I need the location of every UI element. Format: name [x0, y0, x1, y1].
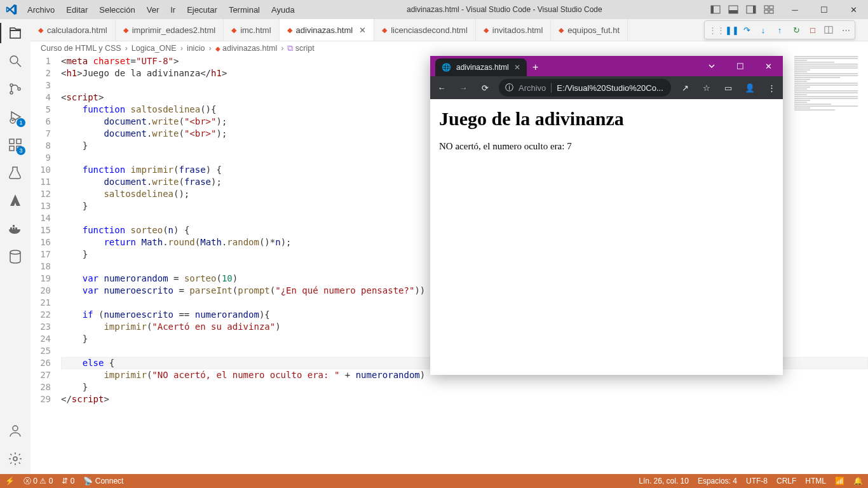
svg-rect-9	[770, 10, 773, 13]
more-actions-icon[interactable]: ⋯	[841, 25, 851, 35]
status-language[interactable]: HTML	[805, 477, 826, 485]
browser-tab[interactable]: 🌐 adivinazas.html ✕	[435, 58, 527, 76]
minimap[interactable]	[792, 55, 868, 246]
remote-indicator[interactable]: ⚡	[5, 477, 15, 485]
editor-tab[interactable]: ◆imc.html	[224, 19, 279, 41]
layout-customize-icon[interactable]	[763, 3, 775, 16]
browser-url-scheme: Archivo	[519, 83, 552, 93]
browser-bookmark-icon[interactable]: ☆	[699, 83, 714, 93]
docker-icon[interactable]	[6, 220, 24, 238]
maximize-button[interactable]: ☐	[810, 0, 839, 19]
minimize-button[interactable]: ─	[780, 0, 810, 19]
browser-tab-close-icon[interactable]: ✕	[514, 63, 520, 72]
settings-gear-icon[interactable]	[6, 450, 24, 468]
svg-point-14	[18, 88, 20, 90]
layout-controls	[709, 3, 780, 16]
editor-tab[interactable]: ◆licenciasdecond.html	[374, 19, 476, 41]
menu-editar[interactable]: Editar	[61, 3, 93, 17]
browser-panel-icon[interactable]: ▭	[721, 83, 736, 93]
browser-close-button[interactable]: ✕	[754, 56, 783, 76]
menu-ayuda[interactable]: Ayuda	[266, 3, 300, 17]
testing-icon[interactable]	[6, 164, 24, 182]
run-debug-icon[interactable]: 1	[6, 108, 24, 126]
breadcrumb[interactable]: Curso de HTML y CSS›Logica_ONE›inicio›◆ …	[31, 41, 868, 55]
browser-forward-icon[interactable]: →	[456, 83, 471, 93]
breadcrumb-item[interactable]: Curso de HTML y CSS	[41, 44, 121, 53]
debug-toolbar[interactable]: ⋮⋮ ❚❚ ↷ ↓ ↑ ↻ □ ⋯	[704, 20, 855, 39]
tab-label: imprimir_edades2.html	[132, 25, 216, 35]
tab-label: imc.html	[240, 25, 271, 35]
menu-archivo[interactable]: Archivo	[22, 3, 60, 17]
window-controls: ─ ☐ ✕	[780, 0, 868, 19]
browser-maximize-button[interactable]: ☐	[726, 56, 754, 76]
extensions-icon[interactable]: 3	[6, 136, 24, 154]
menu-ver[interactable]: Ver	[142, 3, 165, 17]
status-indentation[interactable]: Espacios: 4	[698, 477, 737, 485]
html-file-icon: ◆	[382, 26, 387, 34]
menu-terminal[interactable]: Terminal	[224, 3, 265, 17]
svg-point-26	[13, 457, 17, 461]
browser-profile-icon[interactable]: 👤	[742, 83, 757, 93]
tab-label: calculadora.html	[47, 25, 107, 35]
tab-label: invitados.html	[492, 25, 543, 35]
browser-new-tab-button[interactable]: +	[527, 58, 545, 76]
browser-omnibox[interactable]: ⓘ Archivo E:/Visual%20Studio%20Co...	[499, 79, 671, 97]
svg-line-11	[17, 63, 21, 67]
debug-restart-icon[interactable]: ↻	[791, 25, 801, 35]
status-problems[interactable]: ⓧ 0 ⚠ 0	[24, 476, 53, 487]
tab-close-icon[interactable]: ✕	[359, 25, 366, 35]
svg-point-13	[10, 92, 13, 94]
status-ports[interactable]: ⇵ 0	[62, 477, 74, 485]
status-notifications-icon[interactable]: 🔔	[853, 477, 863, 485]
debug-step-into-icon[interactable]: ↓	[758, 25, 768, 35]
debug-step-out-icon[interactable]: ↑	[775, 25, 785, 35]
search-icon[interactable]	[6, 52, 24, 70]
menu-bar: ArchivoEditarSelecciónVerIrEjecutarTermi…	[22, 3, 300, 17]
drag-grip-icon[interactable]: ⋮⋮	[709, 25, 719, 35]
status-cursor-position[interactable]: Lín. 26, col. 10	[639, 477, 689, 485]
browser-back-icon[interactable]: ←	[434, 83, 449, 93]
svg-point-25	[13, 426, 18, 431]
line-gutter: 1234567891011121314151617181920212223242…	[31, 55, 61, 474]
accounts-icon[interactable]	[6, 422, 24, 440]
browser-menu-icon[interactable]: ⋮	[764, 83, 779, 93]
editor-tab[interactable]: ◆imprimir_edades2.html	[116, 19, 224, 41]
debug-stop-icon[interactable]: □	[808, 25, 818, 35]
window-title: adivinazas.html - Visual Studio Code - V…	[300, 5, 709, 14]
layout-panel-icon[interactable]	[727, 3, 740, 16]
browser-info-icon[interactable]: ⓘ	[505, 82, 513, 93]
html-file-icon: ◆	[231, 26, 236, 34]
explorer-icon[interactable]	[6, 24, 24, 42]
menu-selección[interactable]: Selección	[94, 3, 140, 17]
breadcrumb-item[interactable]: ⧉ script	[287, 44, 314, 53]
editor-tab[interactable]: ◆equipos_fut.ht	[551, 19, 628, 41]
browser-url: E:/Visual%20Studio%20Co...	[557, 83, 663, 93]
browser-reload-icon[interactable]: ⟳	[477, 83, 492, 93]
breadcrumb-item[interactable]: Logica_ONE	[132, 44, 177, 53]
browser-minimize-icon[interactable]	[697, 56, 726, 76]
menu-ir[interactable]: Ir	[165, 3, 180, 17]
azure-icon[interactable]	[6, 192, 24, 210]
editor-tab[interactable]: ◆calculadora.html	[31, 19, 116, 41]
status-encoding[interactable]: UTF-8	[746, 477, 768, 485]
menu-ejecutar[interactable]: Ejecutar	[182, 3, 222, 17]
source-control-icon[interactable]	[6, 80, 24, 98]
layout-sidebar-right-icon[interactable]	[745, 3, 757, 16]
status-eol[interactable]: CRLF	[776, 477, 796, 485]
database-icon[interactable]	[6, 248, 24, 266]
breadcrumb-item[interactable]: inicio	[187, 44, 205, 53]
debug-badge: 1	[17, 118, 25, 127]
breadcrumb-item[interactable]: ◆ adivinazas.html	[215, 44, 278, 53]
status-connect[interactable]: 📡 Connect	[83, 477, 123, 485]
browser-share-icon[interactable]: ↗	[677, 83, 693, 93]
debug-step-over-icon[interactable]: ↷	[742, 25, 752, 35]
html-file-icon: ◆	[484, 26, 489, 34]
layout-sidebar-left-icon[interactable]	[709, 3, 722, 16]
editor-tab[interactable]: ◆adivinazas.html✕	[280, 19, 375, 41]
split-editor-icon[interactable]	[824, 25, 834, 34]
status-golive-icon[interactable]: 📶	[835, 477, 844, 485]
editor-tab[interactable]: ◆invitados.html	[476, 19, 551, 41]
close-button[interactable]: ✕	[839, 0, 868, 19]
svg-rect-17	[10, 146, 14, 151]
debug-pause-icon[interactable]: ❚❚	[725, 25, 735, 35]
